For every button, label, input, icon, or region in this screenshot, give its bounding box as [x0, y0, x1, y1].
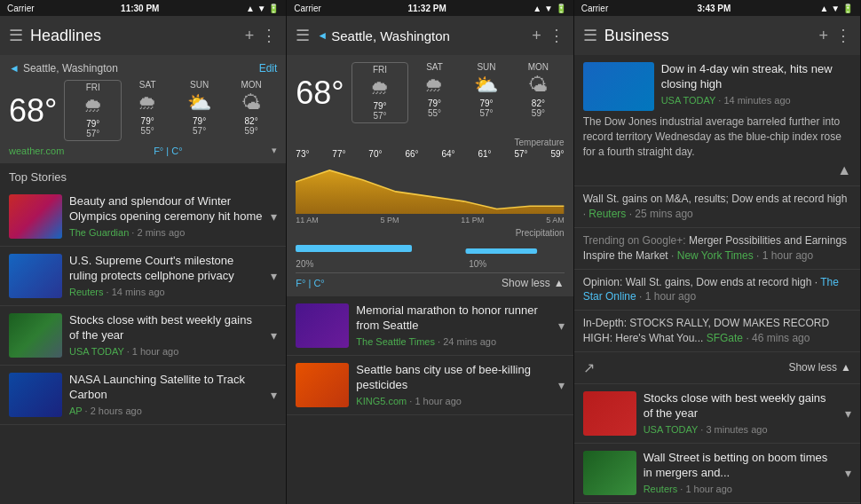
expand-icon-3[interactable]: ▾: [271, 388, 277, 402]
add-icon-1[interactable]: +: [245, 27, 255, 45]
news-item-2[interactable]: Stocks close with best weekly gains of t…: [0, 306, 286, 366]
news-item-3[interactable]: NASA Launching Satellite to Track Carbon…: [0, 366, 286, 425]
header-3: ☰ Business + ⋮: [574, 16, 860, 55]
precip-bar-1: [296, 245, 412, 252]
weather-temp-big-2: 68°: [296, 77, 344, 109]
status-bar-1: Carrier 11:30 PM ▲ ▼ 🔋: [0, 0, 286, 16]
weather-main-2: 68° FRI 🌧 79°57° SAT 🌧 79°55° SUN ⛅ 79°5…: [296, 62, 564, 123]
expand-icon-0[interactable]: ▾: [271, 209, 277, 224]
news-source-p3-0: USA TODAY · 3 minutes ago: [644, 424, 838, 435]
weather-units-2[interactable]: F° | C°: [296, 278, 324, 288]
business-list-item-0[interactable]: Wall St. gains on M&A, results; Dow ends…: [574, 186, 860, 228]
header-2: ☰ ◄ Seattle, Washington + ⋮: [287, 16, 573, 55]
panel-business: Carrier 3:43 PM ▲ ▼ 🔋 ☰ Business + ⋮ Dow…: [574, 0, 861, 504]
add-icon-3[interactable]: +: [818, 27, 828, 45]
business-featured-top: Dow in 4-day win streak, hits new closin…: [583, 62, 851, 111]
news-source-1: Reuters · 14 mins ago: [69, 287, 264, 297]
business-thumb-featured: [583, 62, 654, 111]
weather-temp-big-1: 68°: [9, 95, 57, 127]
news-item-p3-0[interactable]: Stocks close with best weekly gains of t…: [574, 384, 860, 444]
news-list-2[interactable]: Memorial marathon to honor runner from S…: [287, 296, 573, 504]
news-thumb-p3-0: [583, 391, 636, 436]
news-item-p2-1[interactable]: Seattle bans city use of bee-killing pes…: [287, 356, 573, 415]
page-title-1: Headlines: [30, 27, 238, 45]
more-icon-2[interactable]: ⋮: [549, 26, 565, 45]
business-content-featured: Dow in 4-day win streak, hits new closin…: [661, 62, 851, 111]
expand-icon-2[interactable]: ▾: [271, 328, 277, 343]
chevron-up-icon-featured[interactable]: ▲: [837, 162, 851, 177]
news-title-p2-1: Seattle bans city use of bee-killing pes…: [356, 363, 550, 393]
more-icon-3[interactable]: ⋮: [835, 26, 851, 45]
news-title-1: U.S. Supreme Court's milestone ruling pr…: [69, 254, 264, 284]
business-body-featured: The Dow Jones industrial average barrele…: [583, 114, 851, 159]
precip-numbers: 20% 10%: [296, 259, 564, 269]
status-icons-1: ▲ ▼ 🔋: [246, 4, 279, 13]
weather-bottom-1: weather.com F° | C° ▾: [9, 145, 277, 156]
weather-edit-btn[interactable]: Edit: [259, 62, 278, 75]
news-content-0: Beauty and splendour of Winter Olympics …: [69, 194, 264, 238]
expand-icon-1[interactable]: ▾: [271, 269, 277, 283]
weather-day-mon-2: MON 🌤 82°59°: [512, 62, 564, 123]
business-list-item-3[interactable]: In-Depth: STOCKS RALLY, DOW MAKES RECORD…: [574, 311, 860, 352]
news-item-1[interactable]: U.S. Supreme Court's milestone ruling pr…: [0, 247, 286, 306]
weather-day-sat: SAT 🌧 79°55°: [122, 80, 173, 141]
news-content-3: NASA Launching Satellite to Track Carbon…: [69, 373, 264, 416]
temp-chart-svg-container: [296, 161, 564, 214]
news-thumb-p2-0: [296, 303, 349, 348]
precip-chart-label: Precipitation: [296, 228, 564, 238]
expand-icon-p2-1[interactable]: ▾: [558, 378, 565, 392]
share-icon[interactable]: ↗: [583, 359, 595, 376]
menu-icon-2[interactable]: ☰: [296, 26, 310, 45]
news-title-0: Beauty and splendour of Winter Olympics …: [69, 194, 264, 224]
business-title-featured: Dow in 4-day win streak, hits new closin…: [661, 62, 851, 92]
weather-location-row: ◄ Seattle, Washington Edit: [9, 62, 277, 75]
status-bar-3: Carrier 3:43 PM ▲ ▼ 🔋: [574, 0, 860, 16]
news-list-1[interactable]: Beauty and splendour of Winter Olympics …: [0, 187, 286, 504]
expand-icon-p3-1[interactable]: ▾: [845, 466, 851, 480]
weather-link-1[interactable]: weather.com: [9, 146, 64, 156]
time-1: 11:30 PM: [121, 4, 159, 13]
weather-footer-2: F° | C° Show less ▲: [296, 272, 564, 293]
news-source-p3-1: Reuters · 1 hour ago: [644, 484, 838, 494]
news-source-0: The Guardian · 2 mins ago: [69, 227, 264, 238]
weather-units-1[interactable]: F° | C°: [154, 146, 182, 156]
business-list-item-1[interactable]: Trending on Google+: Merger Possibilitie…: [574, 228, 860, 270]
expand-icon-p3-0[interactable]: ▾: [845, 406, 851, 421]
news-content-2: Stocks close with best weekly gains of t…: [69, 313, 264, 357]
news-source-2: USA TODAY · 1 hour ago: [69, 346, 264, 357]
status-bar-2: Carrier 11:32 PM ▲ ▼ 🔋: [287, 0, 573, 16]
menu-icon-1[interactable]: ☰: [9, 26, 23, 45]
header-location-2: ◄ Seattle, Washington: [317, 28, 525, 43]
expand-icon-p2-0[interactable]: ▾: [558, 319, 565, 333]
weather-widget-1: ◄ Seattle, Washington Edit 68° FRI 🌧 79°…: [0, 55, 286, 163]
carrier-3: Carrier: [581, 4, 609, 13]
chart-times: 11 AM 5 PM 11 PM 5 AM: [296, 216, 564, 224]
news-item-p3-1[interactable]: Wall Street is betting on boom times in …: [574, 444, 860, 503]
news-title-p3-1: Wall Street is betting on boom times in …: [644, 451, 838, 481]
precip-chart-svg: [296, 240, 564, 257]
show-less-btn-2[interactable]: Show less ▲: [502, 277, 565, 289]
news-source-p2-0: The Seattle Times · 24 mins ago: [356, 336, 550, 347]
status-icons-2: ▲ ▼ 🔋: [533, 4, 565, 13]
weather-day-sun-2: SUN ⛅ 79°57°: [461, 62, 512, 123]
weather-location-1: ◄ Seattle, Washington: [9, 62, 118, 75]
business-meta-featured: USA TODAY · 14 minutes ago: [661, 95, 851, 106]
news-item-p2-0[interactable]: Memorial marathon to honor runner from S…: [287, 296, 573, 356]
business-list-item-2[interactable]: Opinion: Wall St. gains, Dow ends at rec…: [574, 270, 860, 311]
weather-expand-1[interactable]: ▾: [272, 145, 277, 156]
news-thumb-1: [9, 254, 62, 298]
show-less-row-3[interactable]: ↗ Show less ▲: [574, 352, 860, 384]
weather-days-1: FRI 🌧 79°57° SAT 🌧 79°55° SUN ⛅ 79°57° M…: [64, 80, 277, 141]
add-icon-2[interactable]: +: [532, 27, 541, 45]
business-featured[interactable]: Dow in 4-day win streak, hits new closin…: [574, 55, 860, 186]
news-title-2: Stocks close with best weekly gains of t…: [69, 313, 264, 343]
more-icon-1[interactable]: ⋮: [261, 26, 277, 45]
show-less-btn-3[interactable]: Show less ▲: [788, 361, 851, 374]
news-content-1: U.S. Supreme Court's milestone ruling pr…: [69, 254, 264, 297]
news-item-0[interactable]: Beauty and splendour of Winter Olympics …: [0, 187, 286, 247]
news-list-3[interactable]: Stocks close with best weekly gains of t…: [574, 384, 860, 504]
chevron-up-icon: ▲: [554, 277, 565, 289]
menu-icon-3[interactable]: ☰: [583, 26, 597, 45]
temp-numbers: 73° 77° 70° 66° 64° 61° 57° 59°: [296, 149, 564, 159]
time-2: 11:32 PM: [407, 4, 446, 13]
